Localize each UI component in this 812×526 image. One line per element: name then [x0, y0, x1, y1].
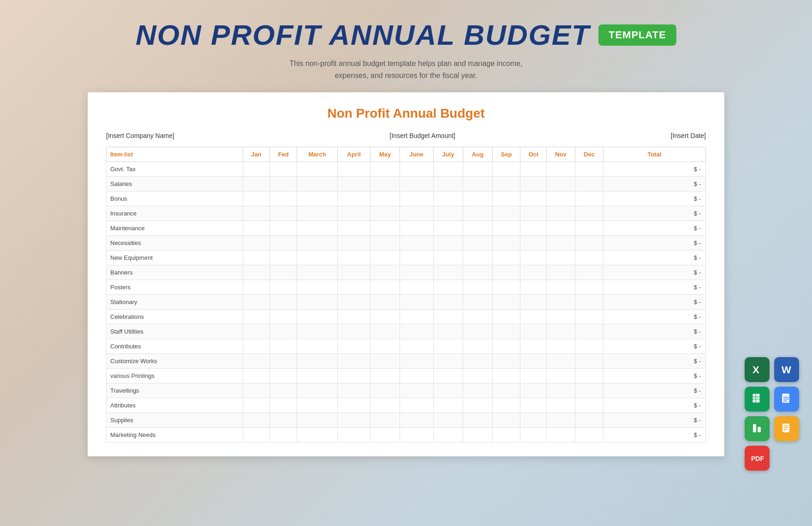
- month-cell[interactable]: [575, 251, 603, 265]
- month-cell[interactable]: [297, 324, 337, 339]
- month-cell[interactable]: [337, 191, 370, 206]
- excel-icon[interactable]: X: [745, 357, 770, 382]
- month-cell[interactable]: [575, 221, 603, 236]
- month-cell[interactable]: [520, 177, 547, 191]
- month-cell[interactable]: [243, 236, 269, 251]
- month-cell[interactable]: [337, 206, 370, 221]
- month-cell[interactable]: [433, 354, 463, 369]
- month-cell[interactable]: [463, 251, 492, 265]
- month-cell[interactable]: [520, 369, 547, 383]
- month-cell[interactable]: [463, 221, 492, 236]
- month-cell[interactable]: [575, 383, 603, 398]
- month-cell[interactable]: [463, 162, 492, 177]
- month-cell[interactable]: [520, 295, 547, 310]
- month-cell[interactable]: [433, 251, 463, 265]
- sheets-icon[interactable]: [745, 387, 770, 412]
- month-cell[interactable]: [400, 295, 433, 310]
- month-cell[interactable]: [270, 236, 297, 251]
- month-cell[interactable]: [243, 428, 269, 442]
- month-cell[interactable]: [575, 310, 603, 324]
- month-cell[interactable]: [400, 324, 433, 339]
- month-cell[interactable]: [270, 295, 297, 310]
- month-cell[interactable]: [400, 339, 433, 354]
- month-cell[interactable]: [400, 354, 433, 369]
- month-cell[interactable]: [370, 206, 400, 221]
- month-cell[interactable]: [243, 265, 269, 280]
- month-cell[interactable]: [337, 383, 370, 398]
- month-cell[interactable]: [337, 324, 370, 339]
- month-cell[interactable]: [492, 398, 520, 413]
- month-cell[interactable]: [492, 191, 520, 206]
- month-cell[interactable]: [400, 206, 433, 221]
- month-cell[interactable]: [270, 162, 297, 177]
- month-cell[interactable]: [520, 354, 547, 369]
- month-cell[interactable]: [370, 398, 400, 413]
- month-cell[interactable]: [547, 236, 575, 251]
- month-cell[interactable]: [547, 251, 575, 265]
- month-cell[interactable]: [520, 324, 547, 339]
- month-cell[interactable]: [575, 428, 603, 442]
- month-cell[interactable]: [520, 236, 547, 251]
- month-cell[interactable]: [547, 324, 575, 339]
- budget-amount-field[interactable]: [Insert Budget Amount]: [390, 132, 455, 139]
- month-cell[interactable]: [243, 339, 269, 354]
- month-cell[interactable]: [547, 339, 575, 354]
- month-cell[interactable]: [370, 265, 400, 280]
- month-cell[interactable]: [492, 413, 520, 428]
- month-cell[interactable]: [370, 324, 400, 339]
- month-cell[interactable]: [243, 383, 269, 398]
- month-cell[interactable]: [337, 413, 370, 428]
- month-cell[interactable]: [297, 354, 337, 369]
- docs-icon[interactable]: [774, 387, 799, 412]
- month-cell[interactable]: [400, 191, 433, 206]
- month-cell[interactable]: [492, 324, 520, 339]
- month-cell[interactable]: [243, 398, 269, 413]
- month-cell[interactable]: [520, 221, 547, 236]
- month-cell[interactable]: [243, 206, 269, 221]
- month-cell[interactable]: [433, 295, 463, 310]
- month-cell[interactable]: [243, 295, 269, 310]
- month-cell[interactable]: [547, 191, 575, 206]
- month-cell[interactable]: [520, 383, 547, 398]
- month-cell[interactable]: [370, 428, 400, 442]
- month-cell[interactable]: [337, 354, 370, 369]
- month-cell[interactable]: [433, 265, 463, 280]
- month-cell[interactable]: [337, 162, 370, 177]
- month-cell[interactable]: [337, 177, 370, 191]
- month-cell[interactable]: [492, 251, 520, 265]
- month-cell[interactable]: [433, 369, 463, 383]
- month-cell[interactable]: [463, 339, 492, 354]
- month-cell[interactable]: [400, 236, 433, 251]
- month-cell[interactable]: [520, 162, 547, 177]
- month-cell[interactable]: [575, 295, 603, 310]
- month-cell[interactable]: [463, 398, 492, 413]
- month-cell[interactable]: [400, 280, 433, 295]
- month-cell[interactable]: [297, 251, 337, 265]
- month-cell[interactable]: [492, 221, 520, 236]
- month-cell[interactable]: [547, 177, 575, 191]
- month-cell[interactable]: [575, 162, 603, 177]
- month-cell[interactable]: [370, 177, 400, 191]
- pdf-icon[interactable]: PDF: [745, 446, 770, 471]
- month-cell[interactable]: [433, 413, 463, 428]
- month-cell[interactable]: [575, 413, 603, 428]
- month-cell[interactable]: [433, 310, 463, 324]
- month-cell[interactable]: [243, 221, 269, 236]
- month-cell[interactable]: [520, 413, 547, 428]
- month-cell[interactable]: [243, 413, 269, 428]
- month-cell[interactable]: [337, 339, 370, 354]
- month-cell[interactable]: [297, 236, 337, 251]
- month-cell[interactable]: [370, 354, 400, 369]
- month-cell[interactable]: [463, 369, 492, 383]
- month-cell[interactable]: [492, 206, 520, 221]
- month-cell[interactable]: [520, 206, 547, 221]
- month-cell[interactable]: [243, 324, 269, 339]
- month-cell[interactable]: [433, 280, 463, 295]
- month-cell[interactable]: [463, 265, 492, 280]
- month-cell[interactable]: [547, 428, 575, 442]
- month-cell[interactable]: [297, 428, 337, 442]
- month-cell[interactable]: [492, 354, 520, 369]
- month-cell[interactable]: [337, 280, 370, 295]
- month-cell[interactable]: [370, 295, 400, 310]
- month-cell[interactable]: [547, 354, 575, 369]
